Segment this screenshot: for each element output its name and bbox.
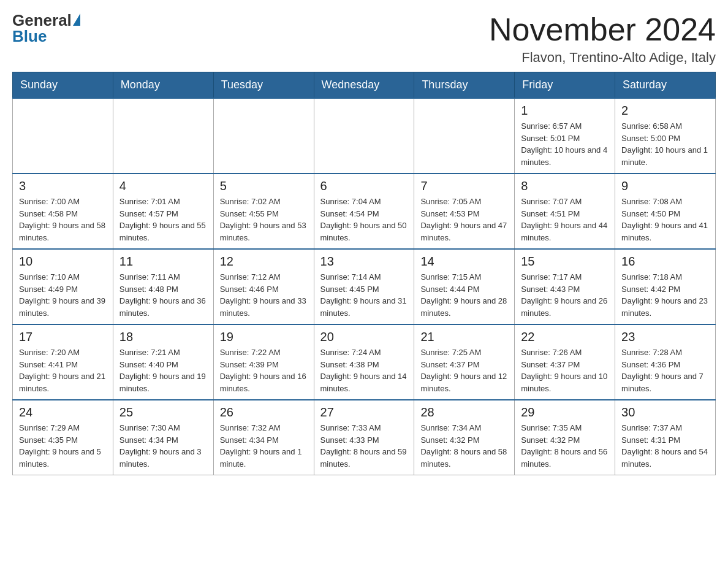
calendar-cell: 7Sunrise: 7:05 AM Sunset: 4:53 PM Daylig… [414, 174, 515, 249]
day-number: 3 [19, 179, 107, 193]
day-info: Sunrise: 7:02 AM Sunset: 4:55 PM Dayligh… [220, 196, 308, 243]
day-number: 17 [19, 330, 107, 344]
day-info: Sunrise: 7:37 AM Sunset: 4:31 PM Dayligh… [621, 422, 709, 470]
day-info: Sunrise: 6:57 AM Sunset: 5:01 PM Dayligh… [521, 120, 609, 168]
day-info: Sunrise: 7:10 AM Sunset: 4:49 PM Dayligh… [19, 271, 107, 319]
day-number: 14 [420, 255, 508, 269]
day-info: Sunrise: 7:18 AM Sunset: 4:42 PM Dayligh… [621, 271, 709, 319]
day-number: 25 [119, 405, 207, 419]
calendar-cell: 13Sunrise: 7:14 AM Sunset: 4:45 PM Dayli… [314, 249, 414, 324]
day-number: 26 [220, 405, 308, 419]
logo-blue-text: Blue [12, 27, 47, 45]
day-number: 23 [621, 330, 709, 344]
calendar-cell: 19Sunrise: 7:22 AM Sunset: 4:39 PM Dayli… [213, 324, 314, 400]
day-info: Sunrise: 7:34 AM Sunset: 4:32 PM Dayligh… [420, 422, 508, 470]
day-info: Sunrise: 7:26 AM Sunset: 4:37 PM Dayligh… [521, 347, 609, 394]
day-number: 4 [119, 179, 207, 193]
weekday-header-thursday: Thursday [414, 72, 515, 99]
page-header: General Blue November 2024 Flavon, Trent… [12, 12, 716, 66]
day-number: 21 [420, 330, 508, 344]
day-info: Sunrise: 7:17 AM Sunset: 4:43 PM Dayligh… [521, 271, 609, 319]
day-info: Sunrise: 7:29 AM Sunset: 4:35 PM Dayligh… [19, 422, 107, 470]
day-info: Sunrise: 7:32 AM Sunset: 4:34 PM Dayligh… [220, 422, 308, 470]
calendar-cell: 17Sunrise: 7:20 AM Sunset: 4:41 PM Dayli… [13, 324, 113, 400]
calendar-cell: 27Sunrise: 7:33 AM Sunset: 4:33 PM Dayli… [314, 400, 414, 475]
day-number: 28 [420, 405, 508, 419]
day-info: Sunrise: 7:14 AM Sunset: 4:45 PM Dayligh… [320, 271, 408, 319]
calendar-week-row: 1Sunrise: 6:57 AM Sunset: 5:01 PM Daylig… [13, 98, 716, 174]
weekday-header-wednesday: Wednesday [314, 72, 414, 99]
day-info: Sunrise: 7:04 AM Sunset: 4:54 PM Dayligh… [320, 196, 408, 243]
title-section: November 2024 Flavon, Trentino-Alto Adig… [489, 12, 716, 66]
calendar-cell: 5Sunrise: 7:02 AM Sunset: 4:55 PM Daylig… [213, 174, 314, 249]
day-info: Sunrise: 6:58 AM Sunset: 5:00 PM Dayligh… [621, 120, 709, 168]
calendar-cell [213, 98, 314, 174]
weekday-header-monday: Monday [113, 72, 213, 99]
day-number: 15 [521, 255, 609, 269]
calendar-cell: 6Sunrise: 7:04 AM Sunset: 4:54 PM Daylig… [314, 174, 414, 249]
calendar-cell: 4Sunrise: 7:01 AM Sunset: 4:57 PM Daylig… [113, 174, 213, 249]
calendar-cell: 25Sunrise: 7:30 AM Sunset: 4:34 PM Dayli… [113, 400, 213, 475]
calendar-cell: 12Sunrise: 7:12 AM Sunset: 4:46 PM Dayli… [213, 249, 314, 324]
day-number: 29 [521, 405, 609, 419]
day-info: Sunrise: 7:00 AM Sunset: 4:58 PM Dayligh… [19, 196, 107, 243]
day-info: Sunrise: 7:15 AM Sunset: 4:44 PM Dayligh… [420, 271, 508, 319]
day-number: 9 [621, 179, 709, 193]
day-info: Sunrise: 7:35 AM Sunset: 4:32 PM Dayligh… [521, 422, 609, 470]
calendar-cell: 21Sunrise: 7:25 AM Sunset: 4:37 PM Dayli… [414, 324, 515, 400]
day-info: Sunrise: 7:24 AM Sunset: 4:38 PM Dayligh… [320, 347, 408, 394]
day-number: 2 [621, 104, 709, 118]
day-number: 11 [119, 255, 207, 269]
calendar-cell: 18Sunrise: 7:21 AM Sunset: 4:40 PM Dayli… [113, 324, 213, 400]
month-title: November 2024 [489, 12, 716, 47]
calendar-cell: 9Sunrise: 7:08 AM Sunset: 4:50 PM Daylig… [615, 174, 716, 249]
calendar-cell: 8Sunrise: 7:07 AM Sunset: 4:51 PM Daylig… [515, 174, 615, 249]
day-info: Sunrise: 7:21 AM Sunset: 4:40 PM Dayligh… [119, 347, 207, 394]
day-number: 6 [320, 179, 408, 193]
day-number: 20 [320, 330, 408, 344]
day-number: 5 [220, 179, 308, 193]
calendar-cell: 26Sunrise: 7:32 AM Sunset: 4:34 PM Dayli… [213, 400, 314, 475]
day-number: 22 [521, 330, 609, 344]
logo-general-text: General [12, 12, 72, 28]
day-info: Sunrise: 7:01 AM Sunset: 4:57 PM Dayligh… [119, 196, 207, 243]
calendar-cell: 29Sunrise: 7:35 AM Sunset: 4:32 PM Dayli… [515, 400, 615, 475]
day-number: 24 [19, 405, 107, 419]
day-info: Sunrise: 7:05 AM Sunset: 4:53 PM Dayligh… [420, 196, 508, 243]
day-info: Sunrise: 7:25 AM Sunset: 4:37 PM Dayligh… [420, 347, 508, 394]
day-info: Sunrise: 7:30 AM Sunset: 4:34 PM Dayligh… [119, 422, 207, 470]
calendar-cell: 22Sunrise: 7:26 AM Sunset: 4:37 PM Dayli… [515, 324, 615, 400]
calendar-week-row: 24Sunrise: 7:29 AM Sunset: 4:35 PM Dayli… [13, 400, 716, 475]
weekday-header-sunday: Sunday [13, 72, 113, 99]
day-info: Sunrise: 7:11 AM Sunset: 4:48 PM Dayligh… [119, 271, 207, 319]
day-info: Sunrise: 7:28 AM Sunset: 4:36 PM Dayligh… [621, 347, 709, 394]
calendar-cell: 1Sunrise: 6:57 AM Sunset: 5:01 PM Daylig… [515, 98, 615, 174]
day-number: 18 [119, 330, 207, 344]
calendar-cell [113, 98, 213, 174]
location-title: Flavon, Trentino-Alto Adige, Italy [489, 50, 716, 66]
logo-triangle-icon [73, 13, 80, 26]
calendar-table: SundayMondayTuesdayWednesdayThursdayFrid… [12, 72, 716, 475]
day-info: Sunrise: 7:07 AM Sunset: 4:51 PM Dayligh… [521, 196, 609, 243]
day-info: Sunrise: 7:20 AM Sunset: 4:41 PM Dayligh… [19, 347, 107, 394]
calendar-cell [13, 98, 113, 174]
calendar-cell: 20Sunrise: 7:24 AM Sunset: 4:38 PM Dayli… [314, 324, 414, 400]
day-number: 7 [420, 179, 508, 193]
day-number: 10 [19, 255, 107, 269]
day-number: 27 [320, 405, 408, 419]
day-info: Sunrise: 7:08 AM Sunset: 4:50 PM Dayligh… [621, 196, 709, 243]
calendar-cell: 2Sunrise: 6:58 AM Sunset: 5:00 PM Daylig… [615, 98, 716, 174]
calendar-cell: 23Sunrise: 7:28 AM Sunset: 4:36 PM Dayli… [615, 324, 716, 400]
day-number: 12 [220, 255, 308, 269]
day-number: 19 [220, 330, 308, 344]
calendar-cell [314, 98, 414, 174]
calendar-cell: 14Sunrise: 7:15 AM Sunset: 4:44 PM Dayli… [414, 249, 515, 324]
day-number: 1 [521, 104, 609, 118]
calendar-week-row: 3Sunrise: 7:00 AM Sunset: 4:58 PM Daylig… [13, 174, 716, 249]
calendar-cell: 3Sunrise: 7:00 AM Sunset: 4:58 PM Daylig… [13, 174, 113, 249]
weekday-header-friday: Friday [515, 72, 615, 99]
calendar-cell: 28Sunrise: 7:34 AM Sunset: 4:32 PM Dayli… [414, 400, 515, 475]
calendar-cell: 16Sunrise: 7:18 AM Sunset: 4:42 PM Dayli… [615, 249, 716, 324]
logo: General Blue [12, 12, 80, 44]
day-number: 8 [521, 179, 609, 193]
